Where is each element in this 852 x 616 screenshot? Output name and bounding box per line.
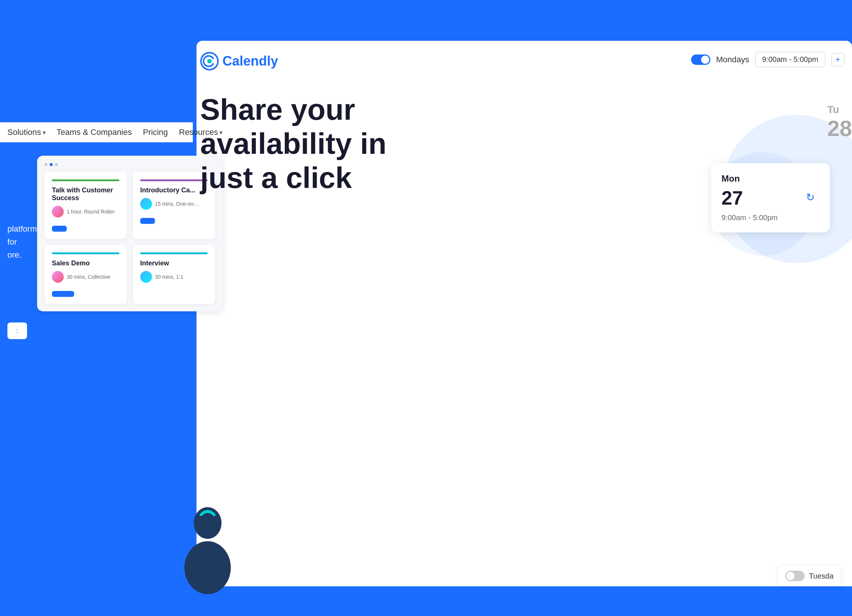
hero-heading: Share your availability in just a click xyxy=(200,93,386,195)
card-bar-green xyxy=(52,180,119,181)
tuesday-toggle-switch[interactable] xyxy=(785,571,805,581)
card-avatar-row-3: 30 mins, Collective xyxy=(52,271,119,283)
pagination-dots xyxy=(44,163,215,166)
card-button-1[interactable] xyxy=(52,226,67,232)
nav-item-pricing[interactable]: Pricing xyxy=(143,127,168,137)
card-title-1: Talk with Customer Success xyxy=(52,186,119,202)
card-meta-4: 30 mins, 1:1 xyxy=(155,274,183,280)
toggle-knob xyxy=(701,56,709,64)
add-time-button[interactable]: + xyxy=(831,53,844,66)
card-title-4: Interview xyxy=(140,260,208,267)
card-title-2: Introductory Ca... xyxy=(140,186,208,194)
event-card-1: Talk with Customer Success 1 hour, Round… xyxy=(44,172,127,239)
availability-controls: Mondays 9:00am - 5:00pm + xyxy=(691,52,844,67)
time-badge[interactable]: 9:00am - 5:00pm xyxy=(755,52,825,67)
card-meta-3: 30 mins, Collective xyxy=(67,274,110,280)
card-meta-1: 1 hour, Round Robin xyxy=(67,209,114,214)
dot-3 xyxy=(55,163,58,166)
card-avatar-row-2: 15 mins, One-on-... xyxy=(140,198,208,210)
calendar-time-range: 9:00am - 5:00pm xyxy=(722,213,819,222)
avatar-3 xyxy=(52,271,64,283)
card-meta-2: 15 mins, One-on-... xyxy=(155,201,199,207)
platform-text: platform for ore. xyxy=(8,222,37,262)
tuesday-toggle: Tuesda xyxy=(778,566,841,586)
card-title-3: Sales Demo xyxy=(52,260,119,267)
day-label: Mondays xyxy=(716,55,749,65)
calendar-card: Mon 27 ↻ 9:00am - 5:00pm xyxy=(711,163,830,233)
tuesday-toggle-knob xyxy=(786,572,795,580)
calendly-logo: Calendly xyxy=(200,52,278,70)
monday-toggle[interactable] xyxy=(691,54,710,65)
svg-point-3 xyxy=(184,541,231,594)
avatar-1 xyxy=(52,206,64,217)
calendly-header: Calendly xyxy=(200,52,278,70)
card-bar-teal-1 xyxy=(52,252,119,254)
next-day-number: 28 xyxy=(827,116,852,141)
dot-1 xyxy=(44,163,47,166)
calendar-day-row: 27 ↻ xyxy=(722,187,819,209)
calendar-day-number: 27 xyxy=(722,187,743,209)
hero-text: Share your availability in just a click xyxy=(200,93,386,195)
nav-item-solutions[interactable]: Solutions ▾ xyxy=(8,127,45,137)
refresh-icon[interactable]: ↻ xyxy=(806,191,819,205)
logo-text: Calendly xyxy=(222,53,278,69)
svg-point-1 xyxy=(207,59,212,63)
avatar-4 xyxy=(140,271,152,283)
dashboard-panel: Talk with Customer Success 1 hour, Round… xyxy=(37,156,222,311)
event-card-3: Sales Demo 30 mins, Collective xyxy=(44,245,127,304)
next-day-panel: Tu 28 xyxy=(827,104,852,141)
event-cards-grid: Talk with Customer Success 1 hour, Round… xyxy=(44,172,215,304)
avatar-2 xyxy=(140,198,152,210)
card-bar-teal-2 xyxy=(140,252,208,254)
nav-bar: Solutions ▾ Teams & Companies Pricing Re… xyxy=(0,122,193,142)
card-avatar-row-4: 30 mins, 1:1 xyxy=(140,271,208,283)
person-silhouette xyxy=(171,505,245,598)
card-button-2[interactable] xyxy=(140,218,155,224)
bottom-bar xyxy=(0,586,852,616)
event-card-4: Interview 30 mins, 1:1 xyxy=(133,245,215,304)
tuesday-label: Tuesda xyxy=(809,572,834,580)
cta-box[interactable]: : xyxy=(8,322,27,339)
nav-item-teams[interactable]: Teams & Companies xyxy=(57,127,132,137)
card-bar-purple xyxy=(140,180,208,181)
card-avatar-row-1: 1 hour, Round Robin xyxy=(52,206,119,217)
dot-2 xyxy=(50,163,53,166)
calendar-day-name: Mon xyxy=(722,174,819,184)
next-day-name: Tu xyxy=(827,104,852,116)
card-button-3[interactable] xyxy=(52,291,74,297)
chevron-icon: ▾ xyxy=(42,129,45,136)
calendly-logo-icon xyxy=(200,52,219,70)
